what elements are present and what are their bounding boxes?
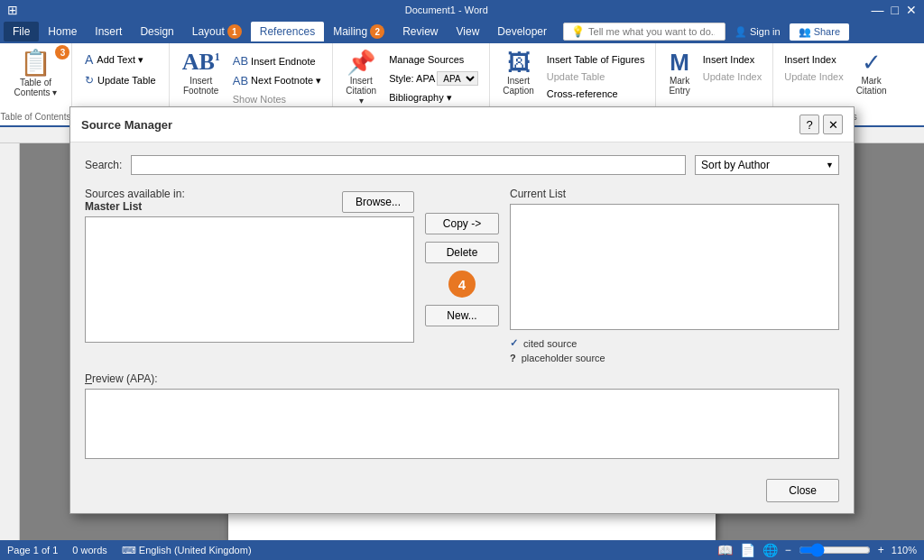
ruler-side: [0, 143, 20, 541]
search-input[interactable]: [131, 155, 686, 175]
ribbon-search[interactable]: 💡: [563, 23, 725, 41]
endnote-icon: AB: [233, 54, 248, 68]
next-footnote-btn[interactable]: AB Next Footnote ▾: [229, 72, 326, 89]
toc-badge: 3: [55, 45, 69, 60]
print-layout-icon[interactable]: 📄: [740, 543, 755, 557]
add-text-label: Add Text ▾: [97, 54, 143, 66]
new-btn[interactable]: New...: [425, 305, 499, 326]
person-icon: 👤: [735, 26, 747, 38]
insert-table-figures-btn[interactable]: Insert Table of Figures: [543, 52, 649, 67]
manage-sources-btn[interactable]: Manage Sources: [385, 52, 482, 67]
status-words: 0 words: [72, 545, 107, 555]
web-layout-icon[interactable]: 🌐: [762, 543, 778, 557]
menu-design[interactable]: Design: [131, 22, 182, 41]
menu-mailing[interactable]: Mailing 2: [324, 21, 393, 42]
ribbon-search-input[interactable]: [588, 26, 715, 37]
ribbon-group-label-toc: Table of Contents: [1, 112, 71, 122]
delete-btn[interactable]: Delete: [425, 242, 499, 263]
middle-buttons: Copy -> Delete 4 New...: [414, 188, 510, 363]
master-list-box[interactable]: [85, 216, 414, 343]
menu-references[interactable]: References: [251, 22, 324, 41]
zoom-out-icon[interactable]: −: [785, 544, 791, 556]
mark-citation-label: MarkCitation: [856, 76, 887, 96]
read-mode-icon[interactable]: 📖: [717, 543, 733, 557]
sort-select[interactable]: Sort by Author Sort by Title Sort by Yea…: [695, 155, 839, 175]
mark-entry-btn[interactable]: M MarkEntry: [663, 47, 695, 99]
insert-index-btn[interactable]: Insert Index: [699, 52, 765, 67]
cross-reference-btn[interactable]: Cross-reference: [543, 87, 649, 101]
footnote-icon: AB1: [182, 50, 220, 74]
mark-entry-label: MarkEntry: [669, 76, 689, 96]
status-bar: Page 1 of 1 0 words ⌨ English (United Ki…: [0, 540, 924, 560]
citation-icon: 📌: [346, 50, 375, 74]
update-table-label-1: Update Table: [97, 75, 156, 86]
zoom-in-icon[interactable]: +: [878, 544, 884, 556]
add-text-btn[interactable]: A Add Text ▾: [79, 50, 162, 69]
legend-cited: ✓ cited source: [510, 337, 839, 349]
style-apa-btn[interactable]: Style: APA APA: [385, 69, 482, 87]
menu-bar: File Home Insert Design Layout 1 Referen…: [0, 20, 924, 43]
cited-checkmark-icon: ✓: [510, 337, 518, 349]
menu-review[interactable]: Review: [393, 22, 447, 41]
add-text-icon: A: [85, 52, 93, 67]
update-table-btn-2: Update Table: [543, 69, 649, 84]
lightbulb-icon: 💡: [571, 25, 585, 38]
modal-help-btn[interactable]: ?: [799, 115, 819, 134]
menu-layout[interactable]: Layout 1: [183, 21, 251, 42]
menu-home[interactable]: Home: [39, 22, 86, 41]
status-language[interactable]: ⌨ English (United Kingdom): [122, 545, 252, 556]
modal-title: Source Manager: [81, 118, 172, 132]
toc-button[interactable]: 📋 Table ofContents ▾ 3: [7, 47, 65, 101]
modal-overlay: Source Manager ? ✕ Search: Sort by Autho…: [69, 106, 855, 514]
bibliography-btn[interactable]: Bibliography ▾: [385, 90, 482, 106]
status-page: Page 1 of 1: [7, 545, 58, 555]
citation-label: InsertCitation ▾: [346, 76, 376, 106]
legend-placeholder: ? placeholder source: [510, 353, 839, 363]
browse-btn[interactable]: Browse...: [342, 191, 414, 213]
toc-icon: 📋: [20, 50, 51, 76]
current-list-box[interactable]: [510, 204, 839, 330]
zoom-slider[interactable]: [799, 543, 871, 557]
insert-index-2-btn[interactable]: Insert Index: [781, 52, 846, 67]
update-table-icon-1: ↻: [85, 74, 94, 87]
sign-in-btn[interactable]: 👤 Sign in: [725, 23, 790, 41]
update-index-2-btn: Update Index: [781, 69, 846, 84]
modal-close-x-btn[interactable]: ✕: [823, 115, 843, 134]
menu-developer[interactable]: Developer: [488, 22, 556, 41]
close-btn[interactable]: Close: [766, 479, 839, 502]
preview-section: Preview (APA):: [85, 372, 839, 459]
sources-available-label: Sources available in:: [85, 188, 185, 200]
footnote-label: InsertFootnote: [183, 76, 218, 96]
layout-badge: 1: [227, 24, 242, 39]
next-footnote-icon: AB: [233, 74, 248, 87]
menu-insert[interactable]: Insert: [86, 22, 131, 41]
window-minimize[interactable]: —: [872, 3, 884, 17]
step-4-badge: 4: [448, 271, 476, 298]
ribbon-group-toc: 📋 Table ofContents ▾ 3 Table of Contents: [0, 43, 72, 125]
placeholder-question-icon: ?: [510, 353, 516, 363]
modal-body: Search: Sort by Author Sort by Title Sor…: [70, 142, 854, 472]
window-maximize[interactable]: □: [892, 3, 899, 17]
current-list-label: Current List: [510, 188, 839, 200]
master-list-label: Master List: [85, 200, 185, 213]
caption-icon: 🖼: [507, 50, 531, 74]
insert-footnote-btn[interactable]: AB1 InsertFootnote: [177, 47, 226, 99]
insert-caption-btn[interactable]: 🖼 InsertCaption: [497, 47, 539, 99]
insert-endnote-btn[interactable]: AB Insert Endnote: [229, 52, 326, 69]
preview-label: Preview (APA):: [85, 372, 839, 385]
insert-citation-btn[interactable]: 📌 InsertCitation ▾: [340, 47, 382, 109]
mark-citation-btn[interactable]: ✓ MarkCitation: [851, 47, 892, 99]
modal-footer: Close: [70, 472, 854, 513]
preview-box[interactable]: [85, 389, 839, 459]
doc-title: Document1 - Word: [22, 5, 872, 15]
menu-view[interactable]: View: [448, 22, 489, 41]
share-btn[interactable]: 👥 Share: [790, 23, 849, 41]
status-right: 📖 📄 🌐 − + 110%: [717, 543, 917, 557]
update-table-btn-1[interactable]: ↻ Update Table: [79, 72, 162, 88]
app-icon: ⊞: [7, 3, 18, 17]
copy-btn[interactable]: Copy ->: [425, 213, 499, 234]
update-index-btn: Update Index: [699, 69, 765, 84]
show-notes-btn[interactable]: Show Notes: [229, 92, 326, 106]
menu-file[interactable]: File: [4, 22, 39, 41]
window-close[interactable]: ✕: [906, 3, 917, 17]
